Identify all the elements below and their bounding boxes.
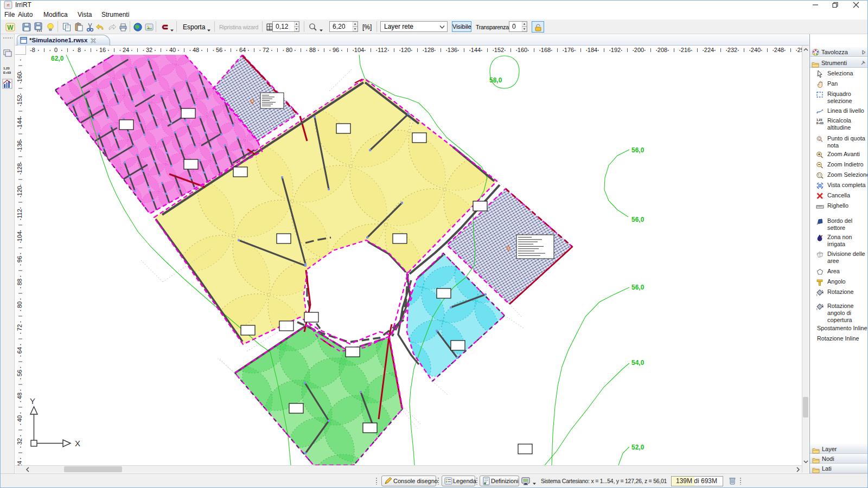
svg-text:54,0: 54,0 (631, 359, 644, 367)
svg-text:128: 128 (16, 163, 23, 173)
svg-text:E+03: E+03 (3, 71, 11, 74)
svg-text:t: t (816, 293, 818, 297)
svg-text:48: 48 (16, 393, 23, 399)
svg-text:120: 120 (16, 186, 23, 196)
svg-text:64: 64 (239, 47, 246, 53)
svg-text:168: 168 (541, 47, 551, 53)
svg-text:-8: -8 (30, 47, 35, 53)
svg-text:24: 24 (16, 461, 23, 465)
svg-text:256: 256 (797, 47, 802, 53)
svg-text:rt: rt (7, 3, 10, 8)
svg-text:136: 136 (448, 47, 457, 53)
svg-text:t: t (816, 307, 818, 311)
svg-text:52,0: 52,0 (631, 444, 644, 451)
svg-text:88: 88 (309, 47, 316, 53)
svg-text:160: 160 (16, 72, 23, 82)
svg-text:40: 40 (16, 415, 23, 422)
svg-text:62,0: 62,0 (51, 55, 64, 62)
svg-text:240: 240 (751, 47, 761, 53)
svg-text:Q: Q (818, 137, 821, 141)
svg-text:104: 104 (354, 47, 364, 53)
svg-text:58,0: 58,0 (489, 76, 502, 84)
svg-text:56,0: 56,0 (631, 146, 644, 154)
svg-text:Y: Y (30, 396, 35, 406)
svg-text:96: 96 (333, 47, 339, 53)
svg-text:208: 208 (658, 47, 667, 53)
svg-text:224: 224 (704, 47, 714, 53)
svg-text:24: 24 (123, 47, 129, 53)
svg-text:80: 80 (286, 47, 292, 53)
svg-text:80: 80 (16, 301, 23, 308)
svg-text:88: 88 (16, 279, 23, 285)
svg-text:232: 232 (727, 47, 737, 53)
svg-text:136: 136 (16, 140, 23, 150)
svg-text:56: 56 (216, 47, 222, 53)
svg-text:8: 8 (78, 47, 81, 53)
svg-text:248: 248 (774, 47, 784, 53)
svg-text:56: 56 (16, 370, 23, 376)
svg-text:0: 0 (54, 47, 58, 53)
svg-text:32: 32 (16, 438, 23, 445)
svg-text:104: 104 (16, 232, 23, 241)
svg-text:W: W (7, 23, 14, 31)
svg-text:184: 184 (588, 47, 597, 53)
svg-text:1,23: 1,23 (3, 67, 10, 70)
svg-text:72: 72 (263, 47, 269, 53)
svg-text:216: 216 (681, 47, 691, 53)
svg-text:96: 96 (16, 256, 23, 262)
svg-text:152: 152 (16, 95, 23, 105)
svg-text:72: 72 (16, 324, 23, 331)
svg-text:X: X (75, 439, 80, 448)
svg-text:152: 152 (494, 47, 504, 53)
svg-text:192: 192 (611, 47, 621, 53)
svg-text:176: 176 (564, 47, 574, 53)
svg-text:120: 120 (401, 47, 411, 53)
svg-text:48: 48 (193, 47, 199, 53)
svg-text:128: 128 (424, 47, 434, 53)
svg-text:160: 160 (518, 47, 527, 53)
svg-text:56,0: 56,0 (631, 284, 644, 291)
svg-text:112: 112 (16, 209, 23, 219)
svg-text:200: 200 (634, 47, 644, 53)
svg-text:144: 144 (16, 118, 23, 127)
svg-text:144: 144 (471, 47, 481, 53)
svg-text:32: 32 (146, 47, 152, 53)
svg-text:112: 112 (378, 47, 387, 53)
svg-text:64: 64 (16, 347, 23, 354)
svg-text:16: 16 (99, 47, 106, 53)
svg-text:56,0: 56,0 (631, 216, 644, 223)
svg-text:40: 40 (169, 47, 176, 53)
svg-text:1,23: 1,23 (816, 118, 822, 121)
svg-text:E+03: E+03 (816, 121, 824, 125)
